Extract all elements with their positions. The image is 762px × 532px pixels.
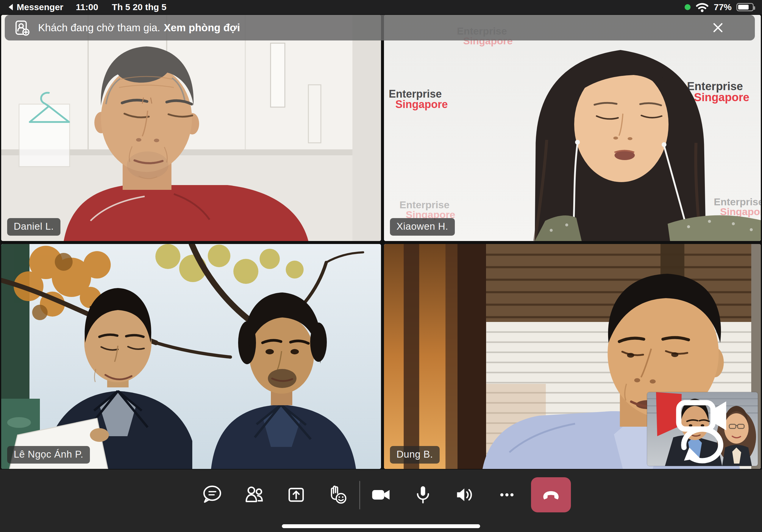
back-to-app-button[interactable]: Messenger: [8, 2, 63, 12]
ellipsis-icon: [496, 484, 517, 505]
flip-camera-icon[interactable]: [647, 392, 758, 466]
people-icon: [244, 484, 265, 505]
share-icon: [286, 484, 307, 505]
hang-up-button[interactable]: [531, 477, 571, 512]
speaker-icon: [455, 484, 475, 505]
home-indicator[interactable]: [282, 524, 480, 528]
share-content-button[interactable]: [275, 477, 317, 513]
self-view-pip[interactable]: [647, 392, 758, 466]
video-tile-dung[interactable]: Dung B.: [384, 244, 761, 469]
participant-name-label: Dung B.: [390, 446, 440, 464]
wifi-icon: [695, 2, 709, 12]
close-banner-button[interactable]: [710, 19, 726, 36]
video-tile-daniel[interactable]: Daniel L.: [1, 15, 381, 241]
more-options-button[interactable]: [486, 477, 528, 513]
lobby-banner[interactable]: Khách đang chờ tham gia. Xem phòng đợi: [5, 15, 755, 40]
daniel-video-feed: [1, 15, 381, 241]
close-icon: [712, 21, 724, 34]
participants-button[interactable]: [233, 477, 275, 513]
raised-hand-smiley-icon: [328, 484, 348, 505]
reactions-button[interactable]: [317, 477, 359, 513]
chat-button[interactable]: [191, 477, 233, 513]
participant-name-label: Xiaowen H.: [390, 218, 455, 235]
status-date: Th 5 20 thg 5: [112, 2, 166, 12]
video-grid: Daniel L. EnterpriseSingapore Enterprise…: [0, 14, 762, 470]
camera-button[interactable]: [360, 477, 402, 513]
call-toolbar: [0, 470, 762, 532]
microphone-button[interactable]: [402, 477, 444, 513]
battery-icon: [736, 3, 754, 11]
le-ngoc-anh-video-feed: [1, 244, 381, 469]
clock-time: 11:00: [76, 2, 98, 12]
video-tile-le-ngoc-anh[interactable]: Lê Ngọc Ánh P.: [1, 244, 381, 469]
recording-dot-icon: [685, 4, 691, 10]
hang-up-icon: [540, 484, 562, 505]
participant-name-label: Lê Ngọc Ánh P.: [7, 446, 90, 464]
person-add-icon: [14, 20, 30, 36]
battery-percent: 77%: [714, 2, 732, 12]
speaker-button[interactable]: [444, 477, 486, 513]
chat-icon: [202, 484, 223, 505]
xiaowen-portrait: [384, 15, 761, 241]
back-icon: [8, 4, 13, 11]
participant-name-label: Daniel L.: [7, 218, 60, 235]
view-lobby-action[interactable]: Xem phòng đợi: [164, 22, 240, 33]
status-bar: Messenger 11:00 Th 5 20 thg 5 77%: [0, 0, 762, 14]
back-to-app-label: Messenger: [17, 2, 63, 12]
camera-icon: [371, 484, 391, 505]
video-tile-xiaowen[interactable]: EnterpriseSingapore EnterpriseSingapore …: [384, 15, 761, 241]
video-call-screen: Messenger 11:00 Th 5 20 thg 5 77%: [0, 0, 762, 532]
lobby-message: Khách đang chờ tham gia.: [38, 22, 160, 33]
microphone-icon: [413, 484, 433, 505]
